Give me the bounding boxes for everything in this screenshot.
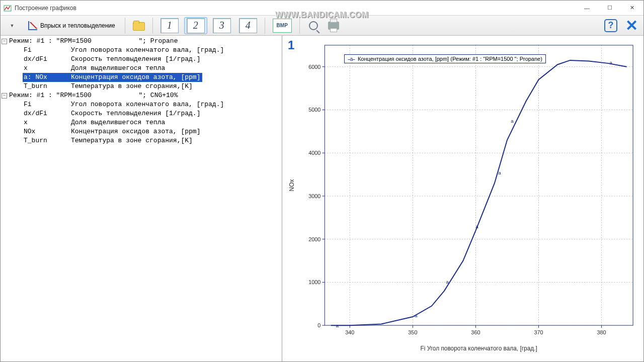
chart-svg[interactable]: 3403503603703800100020003000400050006000… (285, 38, 640, 357)
close-panel-button[interactable]: ✕ (623, 17, 640, 34)
window-title: Построение графиков (15, 5, 76, 12)
svg-text:a: a (498, 170, 501, 175)
tree-item[interactable]: T_burnТемпература в зоне сгорания,[K] (1, 82, 282, 91)
svg-text:3000: 3000 (308, 193, 320, 199)
mode-label: Впрыск и тепловыделение (40, 22, 115, 29)
svg-text:a: a (475, 224, 478, 229)
svg-text:340: 340 (345, 329, 354, 335)
svg-text:6000: 6000 (308, 64, 320, 70)
svg-text:NOx: NOx (288, 179, 295, 192)
panel-2-button[interactable]: 2 (184, 17, 207, 34)
svg-text:360: 360 (471, 329, 480, 335)
svg-rect-1 (325, 45, 633, 325)
svg-text:Fi        Угол поворота коленч: Fi Угол поворота коленчатого вала, [град… (421, 345, 537, 352)
chart-icon (28, 21, 37, 30)
tree-group-header[interactable]: −Режим: #1 : "RPM=1500 "; CNG+10% (1, 91, 282, 100)
svg-text:a: a (610, 60, 613, 65)
help-icon: ? (604, 19, 617, 32)
zoom-button[interactable] (305, 17, 322, 34)
tree-item[interactable]: dx/dFiСкорость тепловыделения [1/град.] (1, 55, 282, 64)
tree-item[interactable]: dx/dFiСкорость тепловыделения [1/град.] (1, 109, 282, 118)
svg-text:350: 350 (408, 329, 417, 335)
minimize-button[interactable]: — (576, 1, 598, 16)
magnifier-icon (309, 21, 318, 30)
collapse-icon[interactable]: − (2, 39, 7, 44)
app-icon (4, 4, 12, 12)
chart-panel: 1 34035036037038001000200030004000500060… (282, 36, 643, 361)
toolbar: ▼ Впрыск и тепловыделение 1 2 3 4 BMP ? … (1, 16, 643, 36)
printer-icon (328, 22, 339, 30)
tree-item[interactable]: T_burnТемпература в зоне сгорания,[K] (1, 136, 282, 145)
svg-text:1000: 1000 (308, 279, 320, 285)
tree-item[interactable]: NOxКонцентрация оксидов азота, [ppm] (1, 127, 282, 136)
help-button[interactable]: ? (602, 17, 620, 34)
svg-text:a: a (415, 313, 418, 318)
svg-text:370: 370 (534, 329, 543, 335)
tree-group-header[interactable]: −Режим: #1 : "RPM=1500 "; Propane (1, 37, 282, 46)
close-icon: ✕ (625, 17, 638, 34)
svg-text:a: a (446, 279, 449, 285)
panel-1-button[interactable]: 1 (158, 17, 181, 34)
title-bar: Построение графиков — ☐ ✕ (1, 1, 643, 16)
chart-legend: --a--Концентрация оксидов азота, [ppm] (… (344, 54, 546, 63)
collapse-icon[interactable]: − (2, 93, 7, 99)
tree-item[interactable]: FiУгол поворота коленчатого вала, [град.… (1, 46, 282, 55)
mode-selector[interactable]: Впрыск и тепловыделение (24, 17, 120, 34)
svg-text:a: a (336, 323, 339, 328)
svg-text:0: 0 (317, 322, 320, 328)
svg-text:2000: 2000 (308, 236, 320, 242)
svg-text:5000: 5000 (308, 107, 320, 113)
close-button[interactable]: ✕ (621, 1, 643, 16)
tree-item[interactable]: a: NOxКонцентрация оксидов азота, [ppm] (1, 73, 282, 82)
svg-text:380: 380 (597, 329, 606, 335)
tree-item[interactable]: xДоля выделившегося тепла (1, 118, 282, 127)
tree-item[interactable]: xДоля выделившегося тепла (1, 64, 282, 73)
panel-4-button[interactable]: 4 (236, 17, 260, 34)
print-button[interactable] (325, 17, 342, 34)
open-button[interactable] (130, 17, 147, 34)
variable-tree[interactable]: −Режим: #1 : "RPM=1500 "; PropaneFiУгол … (1, 36, 282, 361)
svg-text:4000: 4000 (308, 150, 320, 156)
svg-text:a: a (511, 118, 514, 124)
tree-item[interactable]: FiУгол поворота коленчатого вала, [град.… (1, 100, 282, 109)
panel-3-button[interactable]: 3 (210, 17, 233, 34)
maximize-button[interactable]: ☐ (598, 1, 621, 16)
main-split: −Режим: #1 : "RPM=1500 "; PropaneFiУгол … (1, 36, 643, 361)
toolbar-menu-dropdown[interactable]: ▼ (4, 17, 21, 34)
export-bmp-button[interactable]: BMP (270, 17, 294, 34)
folder-icon (133, 21, 145, 31)
